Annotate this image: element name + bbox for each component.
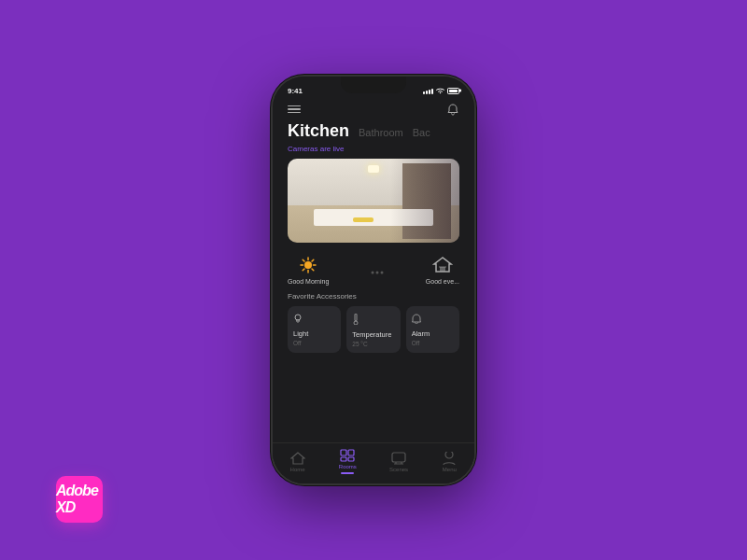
scene-good-evening[interactable]: Good eve... <box>426 256 459 285</box>
xd-logo: Adobe XD <box>56 476 103 523</box>
camera-preview[interactable] <box>288 159 459 243</box>
room-tab-bathroom[interactable]: Bathroom <box>359 127 403 138</box>
scenes-nav-icon <box>390 452 407 465</box>
bottom-nav: Home Rooms <box>273 442 474 483</box>
signal-icon <box>423 88 433 94</box>
alarm-name: Alarm <box>412 329 454 338</box>
menu-nav-icon <box>441 452 458 465</box>
svg-point-16 <box>354 321 358 325</box>
battery-icon <box>447 88 459 94</box>
scene-good-morning[interactable]: Good Morning <box>288 257 329 285</box>
svg-point-10 <box>376 271 379 273</box>
scene-evening-label: Good eve... <box>426 278 459 285</box>
home-scene-icon <box>432 256 453 276</box>
room-tab-back[interactable]: Bac <box>413 127 430 138</box>
svg-rect-19 <box>341 457 346 461</box>
kitchen-scene <box>288 159 459 243</box>
svg-rect-21 <box>392 453 405 462</box>
favorites-section: Favorite Accessories Light Off <box>273 292 474 358</box>
nav-scenes[interactable]: Scenes <box>389 452 408 472</box>
light-value: Off <box>293 340 335 346</box>
svg-point-9 <box>372 271 374 273</box>
nav-home-label: Home <box>290 467 305 472</box>
svg-line-6 <box>312 269 314 271</box>
status-time: 9:41 <box>288 87 303 95</box>
room-tab-kitchen[interactable]: Kitchen <box>288 121 349 141</box>
accessory-card-light[interactable]: Light Off <box>288 306 341 353</box>
svg-line-7 <box>312 259 314 261</box>
phone-frame: 9:41 <box>271 75 476 485</box>
nav-scenes-label: Scenes <box>389 467 408 472</box>
hamburger-icon[interactable] <box>288 105 301 114</box>
nav-rooms-label: Rooms <box>339 464 357 469</box>
svg-line-8 <box>303 269 304 271</box>
svg-rect-17 <box>341 450 346 455</box>
svg-point-0 <box>304 261 312 269</box>
wifi-icon <box>436 88 444 94</box>
scene-morning-label: Good Morning <box>288 278 329 285</box>
temp-name: Temperature <box>352 330 394 339</box>
more-options-icon[interactable] <box>371 264 384 277</box>
status-icons <box>423 88 459 94</box>
accessory-card-temperature[interactable]: Temperature 25 °C <box>346 306 400 353</box>
phone-notch <box>341 77 406 93</box>
favorites-title: Favorite Accessories <box>288 292 459 301</box>
svg-point-11 <box>381 271 384 273</box>
svg-rect-18 <box>348 450 354 455</box>
svg-line-5 <box>303 259 304 261</box>
rooms-nav-icon <box>339 449 356 462</box>
phone-wrapper: 9:41 <box>271 75 476 485</box>
xd-brand-text: Adobe XD <box>56 483 103 516</box>
light-icon <box>293 314 335 326</box>
nav-rooms[interactable]: Rooms <box>339 449 357 474</box>
room-subtitle: Cameras are live <box>273 145 474 159</box>
temperature-icon <box>352 314 394 327</box>
alarm-icon <box>412 314 454 326</box>
svg-rect-20 <box>348 457 354 461</box>
top-nav <box>273 99 474 121</box>
alarm-value: Off <box>412 340 454 346</box>
nav-home[interactable]: Home <box>289 452 306 472</box>
svg-point-14 <box>295 315 301 320</box>
accessories-grid: Light Off Temperature 25 °C <box>288 306 459 353</box>
svg-rect-13 <box>439 266 446 268</box>
phone-screen: 9:41 <box>273 77 474 483</box>
accessory-card-alarm[interactable]: Alarm Off <box>406 306 459 353</box>
nav-rooms-active-indicator <box>341 472 354 474</box>
light-name: Light <box>293 329 335 338</box>
nav-menu-label: Menu <box>443 467 457 472</box>
room-tabs: Kitchen Bathroom Bac <box>273 121 474 145</box>
scene-controls: Good Morning <box>273 252 474 292</box>
nav-menu[interactable]: Menu <box>441 452 458 472</box>
bell-icon[interactable] <box>446 103 459 116</box>
svg-rect-15 <box>355 314 357 321</box>
temp-value: 25 °C <box>352 341 394 347</box>
sun-icon <box>300 257 317 276</box>
home-nav-icon <box>289 452 306 465</box>
svg-point-25 <box>445 452 453 458</box>
